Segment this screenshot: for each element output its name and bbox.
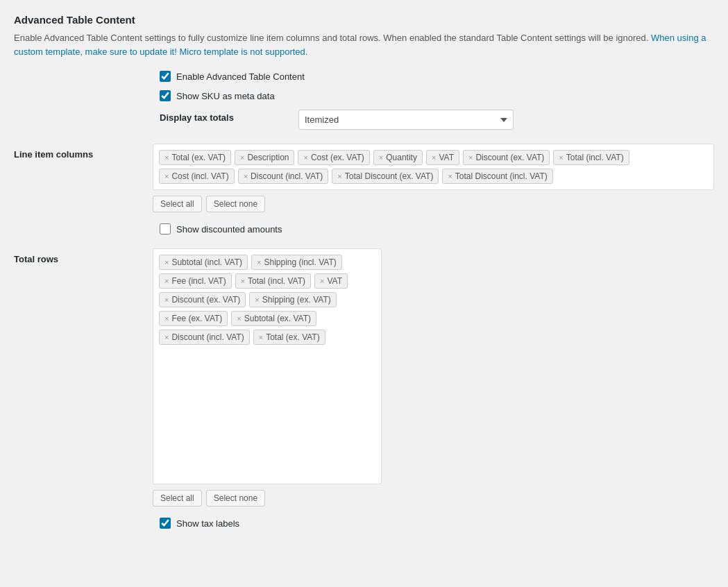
show-discounted-label: Show discounted amounts <box>176 224 282 235</box>
tag-remove-icon[interactable]: × <box>337 172 341 180</box>
tag-remove-icon[interactable]: × <box>164 333 169 341</box>
line-item-tag[interactable]: ×Quantity <box>373 150 423 165</box>
total-row-tag[interactable]: ×Shipping (ex. VAT) <box>249 292 336 307</box>
total-rows-select-all-button[interactable]: Select all <box>153 490 202 507</box>
enable-advanced-table-checkbox[interactable] <box>160 71 171 82</box>
total-row-tag[interactable]: ×Total (ex. VAT) <box>253 330 325 345</box>
tag-remove-icon[interactable]: × <box>259 333 263 341</box>
line-item-tag[interactable]: ×Cost (incl. VAT) <box>159 169 235 184</box>
total-rows-label: Total rows <box>14 248 153 264</box>
show-tax-labels-label: Show tax labels <box>176 518 239 529</box>
tag-remove-icon[interactable]: × <box>164 172 169 180</box>
total-row-tag[interactable]: ×Fee (incl. VAT) <box>159 273 232 289</box>
tag-remove-icon[interactable]: × <box>240 153 244 162</box>
line-item-tag[interactable]: ×Total (ex. VAT) <box>159 150 231 165</box>
display-tax-select[interactable]: Itemized Single None <box>298 110 514 130</box>
total-row-tag[interactable]: ×Subtotal (ex. VAT) <box>231 311 316 326</box>
total-row-tag[interactable]: ×Shipping (incl. VAT) <box>251 255 342 270</box>
tag-remove-icon[interactable]: × <box>320 277 324 285</box>
tag-remove-icon[interactable]: × <box>164 277 169 285</box>
tag-remove-icon[interactable]: × <box>379 153 383 162</box>
total-row-tag[interactable]: ×VAT <box>314 273 348 289</box>
display-tax-label: Display tax totals <box>160 110 298 123</box>
total-row-tag[interactable]: ×Discount (ex. VAT) <box>159 292 246 307</box>
tag-remove-icon[interactable]: × <box>255 296 259 304</box>
line-item-tags-container: ×Total (ex. VAT)×Description×Cost (ex. V… <box>153 144 714 190</box>
total-row-tag[interactable]: ×Total (incl. VAT) <box>235 273 311 289</box>
tag-remove-icon[interactable]: × <box>164 258 169 266</box>
tag-remove-icon[interactable]: × <box>448 172 452 180</box>
line-item-tag[interactable]: ×Total (incl. VAT) <box>553 150 629 165</box>
total-row-tag[interactable]: ×Subtotal (incl. VAT) <box>159 255 248 270</box>
line-item-tag[interactable]: ×Cost (ex. VAT) <box>298 150 369 165</box>
total-rows-select-none-button[interactable]: Select none <box>206 490 265 507</box>
line-item-tag[interactable]: ×Total Discount (incl. VAT) <box>442 169 552 184</box>
tag-remove-icon[interactable]: × <box>164 314 169 323</box>
total-row-tag[interactable]: ×Discount (incl. VAT) <box>159 330 250 345</box>
total-rows-tags-container: ×Subtotal (incl. VAT)×Shipping (incl. VA… <box>153 248 382 484</box>
total-row-tag[interactable]: ×Fee (ex. VAT) <box>159 311 228 326</box>
tag-remove-icon[interactable]: × <box>241 277 245 285</box>
line-item-tag[interactable]: ×Discount (ex. VAT) <box>463 150 550 165</box>
page-title: Advanced Table Content <box>14 14 714 26</box>
tag-remove-icon[interactable]: × <box>164 153 169 162</box>
page-description: Enable Advanced Table Content settings t… <box>14 31 714 58</box>
tag-remove-icon[interactable]: × <box>468 153 473 162</box>
line-item-select-all-button[interactable]: Select all <box>153 196 202 212</box>
tag-remove-icon[interactable]: × <box>164 296 169 304</box>
tag-remove-icon[interactable]: × <box>237 314 241 323</box>
show-tax-labels-checkbox[interactable] <box>160 518 171 529</box>
tag-remove-icon[interactable]: × <box>244 172 248 180</box>
line-item-tag[interactable]: ×Description <box>235 150 294 165</box>
line-item-tag[interactable]: ×VAT <box>426 150 459 165</box>
show-sku-label: Show SKU as meta data <box>176 91 275 101</box>
tag-remove-icon[interactable]: × <box>432 153 436 162</box>
show-sku-checkbox[interactable] <box>160 90 171 101</box>
line-item-tag[interactable]: ×Discount (incl. VAT) <box>238 169 329 184</box>
line-item-tag[interactable]: ×Total Discount (ex. VAT) <box>332 169 439 184</box>
line-item-columns-label: Line item columns <box>14 144 153 160</box>
enable-advanced-table-label: Enable Advanced Table Content <box>176 71 305 82</box>
tag-remove-icon[interactable]: × <box>303 153 307 162</box>
tag-remove-icon[interactable]: × <box>559 153 563 162</box>
line-item-select-none-button[interactable]: Select none <box>206 196 265 212</box>
tag-remove-icon[interactable]: × <box>257 258 261 266</box>
show-discounted-checkbox[interactable] <box>160 223 171 235</box>
